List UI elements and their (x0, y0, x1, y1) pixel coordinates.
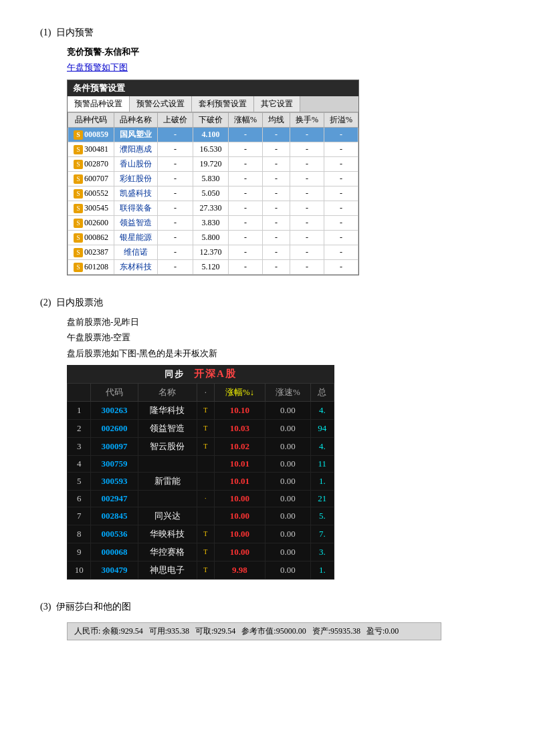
section-2-title: (2) 日内股票池 (40, 297, 495, 309)
pool-marker (197, 507, 214, 525)
warn-name: 国风塑业 (114, 127, 158, 142)
tab-warning-arbitrage[interactable]: 套利预警设置 (192, 96, 254, 112)
warn-prem: - (324, 156, 358, 171)
pool-row: 1 300263 隆华科技 T 10.10 0.00 4. (68, 401, 334, 419)
pool-code: 300097 (91, 437, 138, 455)
warn-rise: - (229, 245, 263, 259)
pool-sub-2: 盘后股票池如下图-黑色的是未开板次新 (67, 346, 495, 361)
pool-speed: 0.00 (265, 490, 311, 507)
warning-row: S002600 领益智造 - 3.830 - - - - (68, 215, 358, 230)
warn-rise: - (229, 186, 263, 201)
warn-turn: - (290, 215, 324, 230)
pool-marker: T (197, 525, 214, 543)
warn-turn: - (290, 259, 324, 274)
warn-up: - (158, 201, 193, 215)
pool-total: 4. (310, 437, 334, 455)
warning-row: S000859 国风塑业 - 4.100 - - - - (68, 127, 358, 142)
warn-ma: - (263, 215, 290, 230)
pool-marker: T (197, 419, 214, 437)
pool-name: 神思电子 (138, 561, 197, 579)
warn-rise: - (229, 127, 263, 142)
pool-rise: 10.10 (214, 401, 265, 419)
warning-row: S300545 联得装备 - 27.330 - - - - (68, 201, 358, 215)
pool-name: 同兴达 (138, 507, 197, 525)
pool-code: 002947 (91, 490, 138, 507)
warn-up: - (158, 230, 193, 245)
pool-speed: 0.00 (265, 455, 311, 472)
pool-header: 同步 开深A股 (67, 365, 334, 383)
pool-row: 6 002947 · 10.00 0.00 21 (68, 490, 334, 507)
pool-total: 5. (310, 507, 334, 525)
pool-row: 10 300479 神思电子 T 9.98 0.00 1. (68, 561, 334, 579)
pool-total: 4. (310, 401, 334, 419)
pool-name (138, 455, 197, 472)
section-3: (3) 伊丽莎白和他的图 人民币: 余额:929.54 可用:935.38 可取… (40, 601, 495, 640)
pool-total: 7. (310, 525, 334, 543)
warn-ma: - (263, 186, 290, 201)
pool-total: 11 (310, 455, 334, 472)
pool-code: 002600 (91, 419, 138, 437)
pool-code: 300759 (91, 455, 138, 472)
section-1-subtext: 竞价预警-东信和平 午盘预警如下图 (67, 44, 495, 76)
warning-row: S600707 彩虹股份 - 5.830 - - - - (68, 171, 358, 186)
col-ma: 均线 (263, 112, 290, 127)
warn-down: 27.330 (193, 201, 229, 215)
warn-turn: - (290, 127, 324, 142)
pool-num: 3 (68, 437, 91, 455)
warning-row: S002870 香山股份 - 19.720 - - - - (68, 156, 358, 171)
sync-button[interactable]: 同步 (165, 369, 185, 379)
warn-ma: - (263, 201, 290, 215)
warn-turn: - (290, 201, 324, 215)
col-code: 品种代码 (68, 112, 114, 127)
pool-marker: · (197, 490, 214, 507)
pool-row: 5 300593 新雷能 10.01 0.00 1. (68, 472, 334, 490)
warn-name: 濮阳惠成 (114, 142, 158, 156)
warn-up: - (158, 245, 193, 259)
warn-name: 领益智造 (114, 215, 158, 230)
col-rise: 涨幅% (229, 112, 263, 127)
pool-speed: 0.00 (265, 561, 311, 579)
pool-speed: 0.00 (265, 525, 311, 543)
info-bar: 人民币: 余额:929.54 可用:935.38 可取:929.54 参考市值:… (67, 622, 441, 640)
sub-line-0: 竞价预警-东信和平 (67, 44, 495, 59)
tab-warning-species[interactable]: 预警品种设置 (68, 96, 130, 112)
warn-name: 联得装备 (114, 201, 158, 215)
tab-warning-formula[interactable]: 预警公式设置 (130, 96, 192, 112)
warn-down: 12.370 (193, 245, 229, 259)
pool-rise: 10.00 (214, 490, 265, 507)
warn-code: S300481 (68, 142, 114, 156)
warning-row: S600552 凯盛科技 - 5.050 - - - - (68, 186, 358, 201)
warn-up: - (158, 171, 193, 186)
warning-tabs: 预警品种设置 预警公式设置 套利预警设置 其它设置 (68, 96, 358, 112)
pool-row: 4 300759 10.01 0.00 11 (68, 455, 334, 472)
warn-turn: - (290, 245, 324, 259)
warn-prem: - (324, 215, 358, 230)
warn-name: 银星能源 (114, 230, 158, 245)
pool-total: 21 (310, 490, 334, 507)
tab-warning-other[interactable]: 其它设置 (254, 96, 300, 112)
warn-prem: - (324, 142, 358, 156)
warn-down: 5.120 (193, 259, 229, 274)
pool-speed: 0.00 (265, 401, 311, 419)
pool-speed: 0.00 (265, 437, 311, 455)
pool-col-rise[interactable]: 涨幅%↓ (214, 383, 265, 401)
warn-prem: - (324, 230, 358, 245)
warn-up: - (158, 156, 193, 171)
warn-up: - (158, 142, 193, 156)
warn-code: S300545 (68, 201, 114, 215)
warn-up: - (158, 186, 193, 201)
warn-down: 19.720 (193, 156, 229, 171)
pool-num: 8 (68, 525, 91, 543)
section-2-subtext: 盘前股票池-见昨日 午盘股票池-空置 盘后股票池如下图-黑色的是未开板次新 (67, 314, 495, 361)
pool-marker (197, 472, 214, 490)
warn-down: 4.100 (193, 127, 229, 142)
pool-num: 10 (68, 561, 91, 579)
warning-row: S300481 濮阳惠成 - 16.530 - - - - (68, 142, 358, 156)
warn-prem: - (324, 186, 358, 201)
warn-ma: - (263, 230, 290, 245)
pool-name: 华映科技 (138, 525, 197, 543)
warn-prem: - (324, 171, 358, 186)
warn-prem: - (324, 245, 358, 259)
pool-num: 9 (68, 543, 91, 561)
pool-total: 1. (310, 561, 334, 579)
